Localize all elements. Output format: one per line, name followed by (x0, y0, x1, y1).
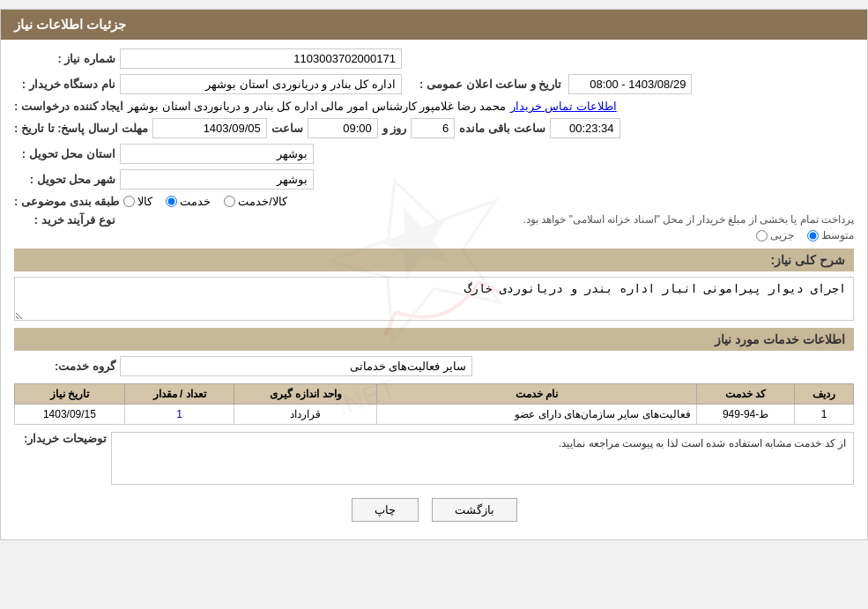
col-unit: واحد اندازه گیری (234, 384, 377, 405)
farayand-motavasset-item: متوسط (807, 229, 854, 241)
sharh-row (14, 277, 854, 321)
ostan-label: استان محل تحویل : (14, 147, 120, 160)
tozihat-box-wrap: از کد خدمت مشابه استفاده شده است لذا به … (111, 432, 854, 485)
sharh-textarea[interactable] (14, 277, 854, 321)
mohlat-roz-label: روز و (382, 122, 407, 135)
tabaqe-kala-radio[interactable] (123, 196, 135, 207)
button-row: بازگشت چاپ (14, 498, 854, 522)
shomara-niaz-row: 1103003702000171 شماره نیاز : (14, 48, 854, 69)
farayand-jozii-item: جزیی (756, 229, 794, 241)
page-wrapper: جزئیات اطلاعات نیاز AnaTender.NET 110300… (0, 9, 868, 540)
tabaqe-kala-khedmat-item: کالا/خدمت (224, 195, 287, 208)
services-header-label: اطلاعات خدمات مورد نیاز (715, 332, 845, 346)
tarikh-dasgah-row: 1403/08/29 - 08:00 تاریخ و ساعت اعلان عم… (14, 74, 854, 94)
services-table: ردیف کد خدمت نام خدمت واحد اندازه گیری ت… (14, 383, 854, 425)
tabaqe-kala-khedmat-radio[interactable] (224, 196, 235, 207)
sharh-section-header: شرح کلی نیاز: (14, 249, 854, 271)
tabaqe-khedmat-item: خدمت (166, 195, 211, 208)
col-radif: ردیف (795, 384, 854, 405)
farayand-radio-group: متوسط جزیی (120, 229, 854, 241)
tozihat-label: توضیحات خریدار: (14, 432, 111, 445)
mohlat-date: 1403/09/05 (152, 118, 267, 138)
tabaqe-radio-group: کالا/خدمت خدمت کالا (123, 195, 287, 208)
tabaqe-khedmat-label: خدمت (180, 195, 211, 208)
farayand-jozii-radio[interactable] (756, 230, 768, 241)
farayand-jozii-label: جزیی (770, 229, 794, 241)
tabaqe-kala-label: کالا (137, 195, 152, 208)
tabaqe-label: طبقه بندی موضوعی : (14, 195, 123, 208)
tozihat-note-box: از کد خدمت مشابه استفاده شده است لذا به … (111, 432, 854, 485)
print-button[interactable]: چاپ (352, 498, 419, 522)
farayand-motavasset-radio[interactable] (807, 230, 819, 241)
mohlat-row: 00:23:34 ساعت باقی مانده 6 روز و 09:00 س… (14, 118, 854, 138)
page-header: جزئیات اطلاعات نیاز (1, 10, 867, 40)
sharh-header-label: شرح کلی نیاز: (771, 253, 845, 267)
group-khedmat-row: سایر فعالیت‌های خدماتی گروه خدمت: (14, 356, 854, 376)
remaining-group: 00:23:34 ساعت باقی مانده 6 روز و 09:00 س… (152, 118, 620, 138)
ijad-value: محمد رضا غلامپور کارشناس امور مالی اداره… (128, 100, 505, 113)
mohlat-saat-label: ساعت باقی مانده (459, 122, 545, 135)
col-date: تاریخ نیاز (15, 384, 125, 405)
tarikh-value: 1403/08/29 - 08:00 (568, 74, 692, 94)
content-area: AnaTender.NET 1103003702000171 شماره نیا… (1, 40, 867, 539)
tarikh-group: 1403/08/29 - 08:00 تاریخ و ساعت اعلان عم… (419, 74, 692, 94)
shomara-niaz-label: شماره نیاز : (14, 52, 120, 65)
tabaqe-row: کالا/خدمت خدمت کالا طبقه بندی موضوعی : (14, 195, 854, 208)
shahr-row: بوشهر شهر محل تحویل : (14, 169, 854, 189)
services-table-section: ردیف کد خدمت نام خدمت واحد اندازه گیری ت… (14, 383, 854, 425)
back-button[interactable]: بازگشت (432, 498, 517, 522)
shomara-niaz-value: 1103003702000171 (120, 48, 402, 69)
group-khedmat-label: گروه خدمت: (14, 360, 120, 373)
shahr-label: شهر محل تحویل : (14, 173, 120, 186)
mohlat-remaining: 00:23:34 (550, 118, 620, 138)
mohlat-label: مهلت ارسال پاسخ: تا تاریخ : (14, 122, 152, 135)
services-section-header: اطلاعات خدمات مورد نیاز (14, 328, 854, 351)
farayand-label: نوع فرآیند خرید : (14, 213, 120, 227)
main-form: 1103003702000171 شماره نیاز : 1403/08/29… (14, 48, 854, 485)
ijad-link[interactable]: اطلاعات تماس خریدار (510, 100, 617, 113)
ostan-value: بوشهر (120, 144, 314, 164)
process-row: پرداخت تمام یا بخشی از مبلغ خریدار از مح… (120, 213, 854, 226)
ijad-row: اطلاعات تماس خریدار محمد رضا غلامپور کار… (14, 100, 854, 113)
farayand-row: پرداخت تمام یا بخشی از مبلغ خریدار از مح… (14, 213, 854, 241)
table-header: ردیف کد خدمت نام خدمت واحد اندازه گیری ت… (15, 384, 854, 405)
tabaqe-kala-khedmat-label: کالا/خدمت (238, 195, 287, 208)
tozihat-note-text: از کد خدمت مشابه استفاده شده است لذا به … (559, 437, 846, 449)
name-dasgah-value: اداره کل بنادر و دریانوردی استان بوشهر (120, 74, 402, 94)
table-body: 1ط-94-949فعالیت‌های سایر سازمان‌های دارا… (15, 405, 854, 425)
mohlat-roz: 6 (411, 118, 455, 138)
tarikh-label: تاریخ و ساعت اعلان عمومی : (419, 78, 561, 91)
shahr-value: بوشهر (120, 169, 314, 189)
tozihat-row: از کد خدمت مشابه استفاده شده است لذا به … (14, 432, 854, 485)
table-row: 1ط-94-949فعالیت‌های سایر سازمان‌های دارا… (15, 405, 854, 425)
col-name: نام خدمت (377, 384, 697, 405)
tabaqe-khedmat-radio[interactable] (166, 196, 177, 207)
ijad-label: ایجاد کننده درخواست : (14, 100, 128, 113)
tabaqe-kala-item: کالا (123, 195, 152, 208)
group-khedmat-value: سایر فعالیت‌های خدماتی (120, 356, 472, 376)
farayand-motavasset-label: متوسط (821, 229, 854, 241)
mohlat-time: 09:00 (308, 118, 378, 138)
col-code: کد خدمت (696, 384, 795, 405)
mohlat-time-label: ساعت (271, 122, 303, 135)
col-quantity: تعداد / مقدار (124, 384, 234, 405)
farayand-text: پرداخت تمام یا بخشی از مبلغ خریدار از مح… (523, 213, 854, 226)
name-dasgah-label: نام دستگاه خریدار : (14, 78, 120, 91)
ostan-row: بوشهر استان محل تحویل : (14, 144, 854, 164)
page-title: جزئیات اطلاعات نیاز (14, 17, 126, 32)
